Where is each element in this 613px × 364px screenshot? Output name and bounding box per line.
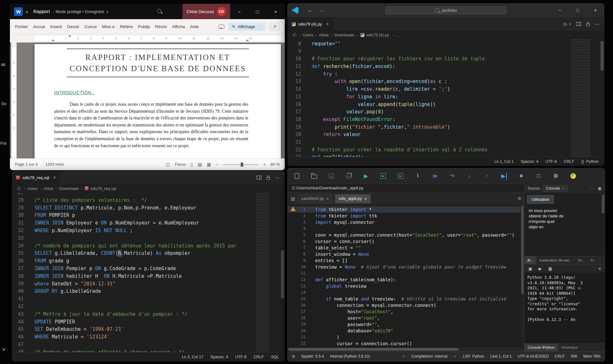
breadcrumb-item[interactable]: chloe [319,33,335,37]
back-button[interactable]: ← [307,7,313,13]
tab-list-icon[interactable]: ▤ [291,196,295,201]
run-cell-button[interactable]: ▶ [379,172,387,180]
breadcrumb-item[interactable]: Users [303,33,319,37]
indentation[interactable]: Spaces: 4 [210,355,228,359]
code-line[interactable]: 47 [12,341,285,349]
forward-button[interactable]: → [319,7,324,13]
vertical-ruler[interactable]: 123456 [11,42,17,158]
code-line[interactable]: 29SELECT DISTINCT p.Matricule, p.Nom,p.P… [12,204,285,212]
run-cell-advance-button[interactable]: ▶ [396,172,405,180]
minimize-button[interactable]: − [551,3,569,17]
body-paragraph[interactable]: Dans le cadre de ce projet, nous avons c… [54,101,248,149]
encoding[interactable]: UTF-8 [546,159,557,164]
code-line[interactable]: 21 [287,139,604,146]
print-layout-icon[interactable]: ▤ [198,162,202,167]
step-into-button[interactable]: ↓ [465,172,474,180]
tab-historique[interactable]: Historique [558,344,581,351]
horizontal-ruler[interactable]: 123456789101112131415 [10,34,285,42]
desktop-icon-label-fragment[interactable]: Mi [1,63,5,67]
avatar[interactable]: CD [217,7,226,16]
code-line[interactable]: 23def req2(fichier): [287,154,604,157]
code-line[interactable]: 20 return valeur [287,131,604,139]
ribbon-tab[interactable]: Inserti [48,22,65,31]
console-run-icon[interactable]: ▶ [539,266,542,271]
ribbon-tab[interactable]: Aide [188,22,201,31]
eol-sequence[interactable]: CRLF [253,355,264,359]
minimize-button[interactable]: − [230,4,248,19]
split-editor-icon[interactable] [576,22,581,26]
scrollbar-thumb[interactable] [281,250,284,298]
language-mode[interactable]: {} Python [581,159,599,164]
code-line[interactable]: 44UPDATE POMPIER [12,318,285,326]
pane-tab[interactable]: Fi... [588,256,600,264]
code-line[interactable]: 5conn = mysql.connector.connect(host="lo… [288,232,524,238]
scrollbar-thumb[interactable] [602,194,604,214]
code-line[interactable]: 14 lire =csv.reader(c, delimiter = ';') [287,86,604,93]
search-button[interactable] [157,9,161,14]
code-line[interactable]: 22 cursor = connection.cursor() [288,340,524,347]
maximize-pane-button[interactable]: □ [534,172,543,180]
cursor-position[interactable]: Ln 3, Col 17 [182,355,203,359]
code-line[interactable]: 1from tkinter import * [288,206,524,213]
completions-status[interactable]: Completions: internal [411,354,447,359]
code-line[interactable]: 45SET DateEmbauche = '1994-07-21' [12,326,285,333]
maximize-button[interactable]: □ [248,4,267,19]
share-button[interactable]: ↗ [269,22,280,31]
ribbon-tab[interactable]: Accue [31,22,48,31]
word-logo-icon[interactable]: W [14,7,23,16]
close-button[interactable]: × [586,3,604,17]
close-button[interactable]: × [267,4,285,19]
code-line[interactable]: 17 valeur.pop(0) [287,108,604,116]
desktop-icon-label-fragment[interactable]: Fox [0,141,7,146]
code-line[interactable]: 46WHERE Matricule = '123124' [12,333,285,341]
preferences-button[interactable]: ⚙ [552,172,560,180]
ribbon-tab[interactable]: Mise e [99,22,117,31]
breadcrumb-item[interactable]: chloe [44,186,59,191]
run-file-button[interactable]: ▶ [362,172,370,180]
editor-options-icon[interactable]: ≡ [518,196,521,201]
vertical-scrollbar[interactable] [280,193,285,352]
lock-icon[interactable] [267,177,270,180]
code-line[interactable]: 16 connection = mysql.connector.connect( [288,302,524,308]
vertical-scrollbar[interactable] [600,39,604,157]
ribbon-tab[interactable]: Fichier [12,22,31,31]
code-line[interactable]: 9 [287,48,604,56]
code-line[interactable]: 42 [12,303,285,311]
code-line[interactable]: 6cursor = conn.cursor() [288,238,524,245]
read-mode-icon[interactable]: ▯ [190,162,193,167]
console-clear-icon[interactable]: ▦ [548,266,552,271]
code-line[interactable]: 38INNER JOIN habiliter H ON H.Matricule … [12,273,285,280]
more-actions-icon[interactable]: ⋯ [275,175,280,180]
minimap[interactable] [256,193,269,352]
code-line[interactable]: 10# Fonction pour récupérer les fichiers… [287,55,604,63]
code-line[interactable]: 16 valeur.append(tuple(ligne)) [287,101,604,109]
code-line[interactable]: 20 database="sdis79" [288,328,524,334]
run-selection-button[interactable]: I [414,172,422,180]
code-line[interactable]: 4 [288,225,524,232]
code-line[interactable]: 3import mysql.connector [288,219,524,225]
breadcrumb-item[interactable]: C: [293,33,303,37]
code-line[interactable]: 2from tkinter import ttk [288,213,524,219]
ribbon-tab[interactable]: Référe [117,22,136,31]
code-line[interactable]: 8insert_window = None [288,251,524,257]
code-line[interactable]: 19 password="", [288,321,524,328]
editing-mode-button[interactable]: ✎ Affichage ∨ [229,23,265,31]
pane-options-icon[interactable]: ▣ [598,186,601,191]
zoom-in-button[interactable]: + [263,162,266,167]
language-mode[interactable]: SQL [271,355,279,359]
save-all-button[interactable] [345,172,353,180]
code-line[interactable]: 11def recherche(fichier,encod): [287,63,604,71]
code-line[interactable]: 39where DateObt > "2014-12-31" [12,280,285,288]
right-indent-marker[interactable] [246,38,249,41]
scrollbar-thumb[interactable] [288,348,459,351]
code-line[interactable]: 12 try : [287,71,604,78]
open-file-button[interactable] [310,172,318,180]
code-line[interactable]: 34/* nombre de pompiers qui ont obtenue … [12,242,285,250]
indentation[interactable]: Spaces: 4 [521,159,539,164]
breadcrumb-item[interactable]: C: [18,186,27,191]
pane-tab[interactable]: Explorateur de vari... [537,256,575,264]
breadcrumb-item[interactable]: Downloads [335,33,360,37]
python-env[interactable]: internal (Python 3.8.10) [330,354,370,359]
scrollbar-thumb[interactable] [521,206,524,294]
code-line[interactable]: 40GROUP BY g.LibelleGrade [12,288,285,295]
